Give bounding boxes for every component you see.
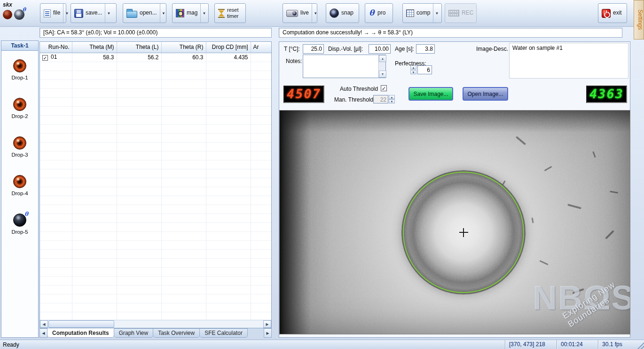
snap-button[interactable]: snap: [326, 3, 359, 23]
spin-up-icon[interactable]: [410, 65, 416, 70]
open-image-button[interactable]: Open Image...: [463, 87, 508, 101]
magnification-icon: [176, 9, 184, 17]
column-header-theta-m[interactable]: Theta (M): [72, 42, 117, 53]
scrollbar-thumb[interactable]: [48, 320, 114, 328]
rec-button[interactable]: REC: [445, 3, 477, 23]
sidebar-item-drop-4[interactable]: Drop-4: [1, 167, 38, 205]
tab-task-1[interactable]: Task-1: [1, 41, 38, 51]
exit-button[interactable]: exit: [598, 3, 627, 23]
perfectness-stepper[interactable]: [410, 65, 416, 74]
mag-button[interactable]: mag: [172, 3, 209, 23]
age-field[interactable]: 3.8: [416, 44, 435, 54]
table-row-empty: [40, 249, 272, 258]
table-row-empty: [40, 62, 272, 71]
app-logo: skx: [3, 1, 36, 25]
auto-threshold-label: Auto Threshold: [340, 86, 378, 92]
table-row-empty: [40, 205, 272, 214]
save-button[interactable]: save...: [71, 3, 117, 23]
temperature-field[interactable]: 25.0: [303, 44, 324, 54]
status-bar: Ready [370, 473] 218 00:01:24 30.1 fps: [0, 340, 644, 349]
reset-timer-button[interactable]: reset timer: [214, 3, 246, 23]
notes-scrollbar[interactable]: [378, 55, 385, 78]
theta-icon: [369, 8, 375, 18]
frame-counter-right: 4363: [586, 86, 627, 103]
chevron-down-icon[interactable]: [105, 4, 110, 23]
man-threshold-label: Man. Threshold:: [334, 96, 375, 103]
sidebar-item-drop-1[interactable]: Drop-1: [1, 51, 38, 89]
chevron-down-icon[interactable]: [433, 4, 438, 23]
measurement-status-bar: [SA]: CA = 58.3° (±0.0); Vol = 10.000 (±…: [39, 28, 272, 38]
spin-down-icon[interactable]: [389, 99, 395, 103]
table-row-empty: [40, 124, 272, 133]
toolbar: skx file save... open... mag: [0, 0, 634, 27]
pro-button[interactable]: pro: [365, 3, 393, 23]
table-row-empty: [40, 133, 272, 142]
run-number: 01: [51, 54, 57, 60]
spin-up-icon[interactable]: [389, 95, 395, 99]
chevron-down-icon[interactable]: [200, 4, 205, 23]
lens-icon: [330, 8, 339, 18]
tab-graph-view[interactable]: Graph View: [114, 328, 153, 338]
age-label: Age [s]:: [395, 46, 414, 52]
file-button[interactable]: file: [40, 3, 66, 23]
table-row-empty: [40, 267, 272, 276]
status-elapsed-time: 00:01:24: [557, 340, 598, 349]
tab-scroll-right-icon[interactable]: [264, 328, 272, 338]
image-desc-field[interactable]: Water on sample #1: [509, 43, 628, 79]
status-ready: Ready: [0, 341, 505, 348]
table-row-empty: [40, 169, 272, 178]
settings-tab[interactable]: Settings: [634, 0, 644, 40]
table-row-empty: [40, 178, 272, 187]
man-threshold-stepper[interactable]: [389, 95, 395, 103]
table-row-empty: [40, 71, 272, 79]
scroll-right-icon[interactable]: [263, 320, 271, 328]
column-header-theta-l[interactable]: Theta (L): [117, 42, 161, 53]
table-row-empty: [40, 222, 272, 231]
table-row-empty: [40, 276, 272, 285]
save-image-button[interactable]: Save Image...: [408, 87, 453, 101]
status-coordinates: [370, 473] 218: [505, 340, 557, 349]
tab-sfe-calculator[interactable]: SFE Calculator: [200, 328, 248, 338]
logo-lens-icon: [14, 9, 24, 20]
dispensed-volume-field[interactable]: 10.00: [369, 44, 391, 54]
sidebar-item-drop-5[interactable]: Drop-5: [1, 205, 38, 244]
tab-task-overview[interactable]: Task Overview: [153, 328, 200, 338]
row-select-checkbox[interactable]: [42, 55, 48, 61]
results-table-body: 0158.356.260.34.435: [40, 53, 272, 321]
sidebar-item-drop-3[interactable]: Drop-3: [1, 128, 38, 167]
resize-grip[interactable]: [636, 341, 644, 349]
drop-lens-icon: [13, 175, 26, 188]
sidebar-item-drop-2[interactable]: Drop-2: [1, 89, 38, 128]
man-threshold-field[interactable]: 22: [373, 95, 388, 103]
live-button[interactable]: live: [283, 3, 317, 23]
column-header-theta-r[interactable]: Theta (R): [161, 42, 206, 53]
column-header-run-no[interactable]: Run-No.: [40, 42, 72, 53]
results-table-panel: Run-No. Theta (M) Theta (L) Theta (R) Dr…: [39, 41, 272, 328]
auto-threshold-checkbox[interactable]: [381, 85, 387, 91]
results-table: Run-No. Theta (M) Theta (L) Theta (R) Dr…: [40, 42, 272, 321]
open-button[interactable]: open...: [123, 3, 166, 23]
table-row[interactable]: 0158.356.260.34.435: [40, 53, 272, 62]
comp-button[interactable]: comp: [402, 3, 442, 23]
tab-scroll-left-icon[interactable]: [39, 328, 47, 338]
chevron-down-icon[interactable]: [160, 4, 165, 23]
table-row-empty: [40, 294, 272, 303]
chevron-down-icon[interactable]: [312, 4, 317, 23]
column-header-area[interactable]: Ar: [251, 42, 272, 53]
column-header-drop-cd[interactable]: Drop CD [mm]: [206, 42, 251, 53]
view-tabbar: Computation Results Graph View Task Over…: [39, 328, 272, 338]
table-row-empty: [40, 88, 272, 97]
horizontal-scrollbar[interactable]: [40, 320, 271, 328]
perfectness-field[interactable]: 6: [417, 65, 432, 74]
chevron-down-icon[interactable]: [63, 4, 68, 23]
notes-textarea[interactable]: [303, 55, 386, 78]
frame-counter-left: 4507: [283, 86, 324, 103]
film-strip-icon: [448, 10, 459, 16]
app-window: skx file save... open... mag: [0, 0, 644, 349]
drop-lens-icon: [13, 59, 26, 72]
camera-icon: [286, 10, 298, 17]
scroll-left-icon[interactable]: [40, 320, 48, 328]
spin-down-icon[interactable]: [410, 70, 416, 74]
tab-computation-results[interactable]: Computation Results: [47, 328, 114, 338]
task-sidebar: Task-1 Drop-1 Drop-2 Drop-3 Drop-4 Drop-…: [1, 40, 39, 338]
